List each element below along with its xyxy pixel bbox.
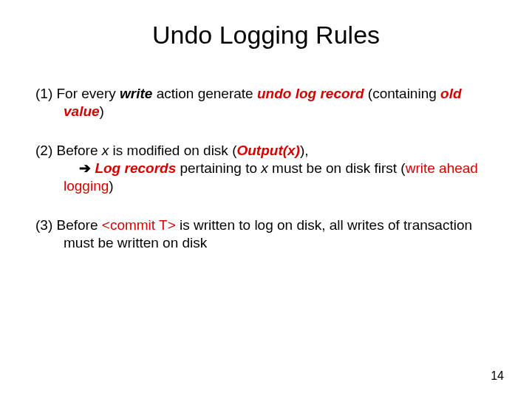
rule-2-logrecords: Log records — [91, 160, 176, 176]
rule-2-t6: ) — [109, 178, 113, 194]
slide-body: (1) For every write action generate undo… — [35, 85, 501, 273]
rule-1-t4: ) — [100, 103, 104, 119]
rule-2-t4: pertaining to — [176, 160, 261, 176]
rule-2-t3: ), — [300, 143, 309, 158]
slide-title: Undo Logging Rules — [0, 21, 532, 50]
rule-3-commit: <commit T> — [102, 217, 176, 233]
rule-1: (1) For every write action generate undo… — [35, 85, 501, 121]
arrow-icon: ➔ — [79, 160, 91, 176]
rule-2: (2) Before x is modified on disk (Output… — [35, 142, 501, 196]
rule-1-t3: (containing — [364, 86, 441, 101]
rule-2-x1: x — [102, 143, 109, 158]
rule-1-t1: For every — [52, 86, 120, 101]
rule-3-t1: Before — [52, 217, 102, 233]
rule-2-x2: x — [261, 160, 268, 176]
slide: Undo Logging Rules (1) For every write a… — [0, 0, 532, 399]
rule-2-t5: must be on disk first ( — [268, 160, 406, 176]
rule-2-num: (2) — [35, 143, 52, 158]
rule-3-num: (3) — [35, 217, 52, 233]
rule-1-undolog: undo log record — [257, 86, 364, 101]
page-number: 14 — [491, 369, 504, 383]
rule-2-t1: Before — [52, 143, 102, 158]
rule-1-t2: action generate — [152, 86, 257, 101]
rule-1-num: (1) — [35, 86, 52, 101]
rule-3: (3) Before <commit T> is written to log … — [35, 216, 501, 253]
rule-2-t2: is modified on disk ( — [109, 143, 236, 158]
rule-2-output: Output(x) — [236, 143, 299, 158]
rule-1-write: write — [120, 86, 152, 101]
